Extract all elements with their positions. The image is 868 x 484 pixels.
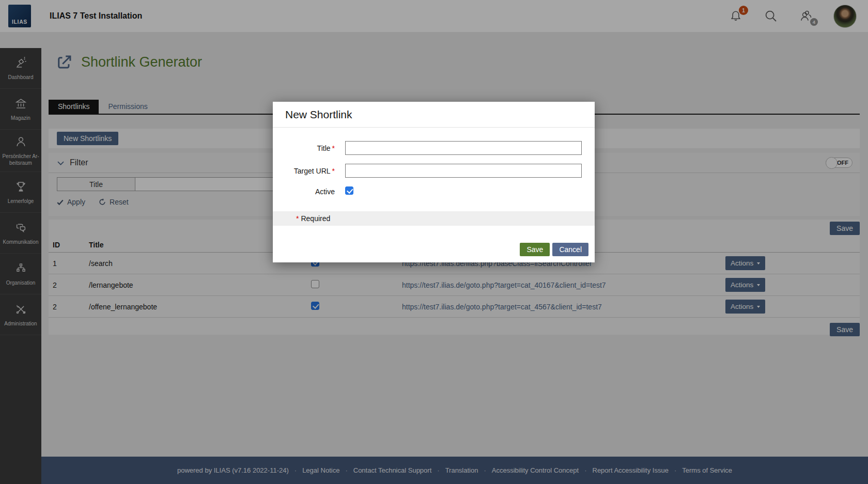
title-field-label: Title* bbox=[285, 144, 335, 152]
required-note: *Required bbox=[273, 211, 595, 226]
modal-cancel-button[interactable]: Cancel bbox=[552, 243, 588, 256]
modal-footer: Save Cancel bbox=[273, 243, 595, 262]
active-field-label: Active bbox=[285, 188, 335, 196]
modal-title: New Shortlink bbox=[285, 108, 352, 120]
new-shortlink-modal: New Shortlink Title* Target URL* Active … bbox=[273, 102, 595, 262]
active-checkbox[interactable] bbox=[345, 186, 353, 195]
title-input[interactable] bbox=[345, 141, 582, 155]
modal-header: New Shortlink bbox=[273, 102, 595, 128]
ilias-app: ILIAS ILIAS 7 Test Installation 1 bbox=[0, 0, 868, 484]
target-url-field-label: Target URL* bbox=[285, 167, 335, 175]
modal-save-button[interactable]: Save bbox=[520, 243, 550, 256]
form-row-title: Title* bbox=[285, 141, 582, 155]
required-asterisk: * bbox=[332, 144, 335, 152]
modal-form: Title* Target URL* Active bbox=[273, 128, 595, 205]
target-url-input[interactable] bbox=[345, 164, 582, 178]
form-row-target-url: Target URL* bbox=[285, 164, 582, 178]
required-asterisk: * bbox=[332, 167, 335, 175]
form-row-active: Active bbox=[285, 186, 582, 197]
